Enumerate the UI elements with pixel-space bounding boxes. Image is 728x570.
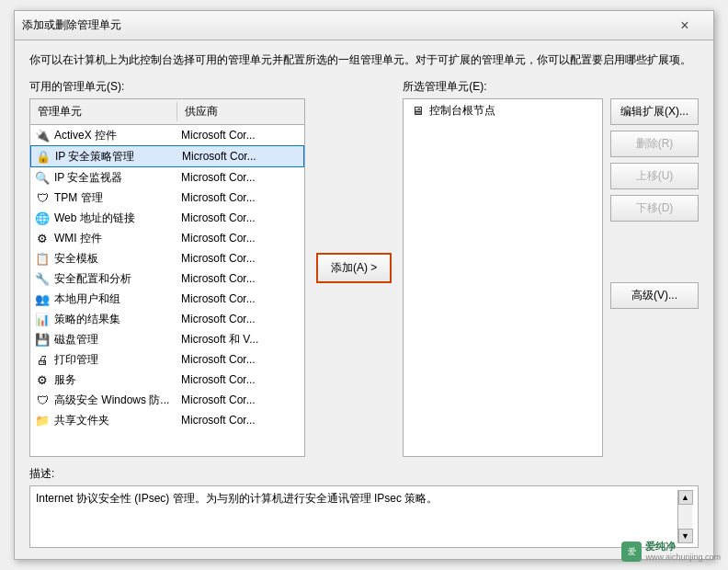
- item-vendor: Microsoft 和 V...: [181, 332, 301, 348]
- list-item[interactable]: ⚙ WMI 控件 Microsoft Cor...: [30, 228, 304, 248]
- tree-item-label: 控制台根节点: [429, 103, 495, 119]
- available-label: 可用的管理单元(S):: [29, 79, 305, 95]
- item-icon: 🛡: [34, 392, 51, 408]
- list-item[interactable]: 🔧 安全配置和分析 Microsoft Cor...: [30, 268, 304, 289]
- item-vendor: Microsoft Cor...: [181, 232, 301, 245]
- item-vendor: Microsoft Cor...: [181, 373, 301, 386]
- main-area: 可用的管理单元(S): 管理单元 供应商 🔌 ActiveX 控件 Micros…: [29, 79, 699, 457]
- item-icon: 📊: [34, 311, 51, 327]
- item-name: Web 地址的链接: [54, 211, 181, 226]
- dialog-body: 你可以在计算机上为此控制台选择可用的管理单元并配置所选的一组管理单元。对于可扩展…: [15, 40, 713, 559]
- item-icon: 🖨: [34, 351, 51, 368]
- item-vendor: Microsoft Cor...: [181, 171, 301, 184]
- watermark-main: 爱纯净: [645, 541, 721, 553]
- middle-panel: 添加(A) >: [313, 79, 395, 457]
- item-icon: ⚙: [34, 371, 51, 388]
- item-name: 服务: [54, 372, 181, 388]
- tree-item[interactable]: 🖥 控制台根节点: [404, 99, 602, 121]
- item-icon: 🌐: [34, 210, 51, 226]
- list-item[interactable]: 🔒 IP 安全策略管理 Microsoft Cor...: [30, 145, 304, 167]
- list-header: 管理单元 供应商: [30, 99, 304, 125]
- item-name: 安全模板: [54, 251, 181, 267]
- item-vendor: Microsoft Cor...: [181, 272, 301, 285]
- list-item[interactable]: 📊 策略的结果集 Microsoft Cor...: [30, 309, 304, 329]
- list-item[interactable]: 🔌 ActiveX 控件 Microsoft Cor...: [30, 125, 304, 145]
- watermark-text: 爱纯净 www.aichunjing.com: [645, 541, 721, 563]
- col-name-header: 管理单元: [30, 102, 177, 121]
- item-name: 磁盘管理: [54, 332, 181, 348]
- bottom-area: 描述: Internet 协议安全性 (IPsec) 管理。为与别的计算机进行安…: [29, 466, 699, 548]
- item-icon: 🛡: [34, 189, 51, 206]
- list-item[interactable]: 🔍 IP 安全监视器 Microsoft Cor...: [30, 167, 304, 188]
- desc-scrollbar[interactable]: ▲ ▼: [677, 490, 692, 543]
- list-item[interactable]: 🌐 Web 地址的链接 Microsoft Cor...: [30, 208, 304, 228]
- item-vendor: Microsoft Cor...: [182, 150, 300, 163]
- watermark-logo: 爱: [621, 542, 642, 562]
- desc-label: 描述:: [29, 466, 699, 482]
- add-button[interactable]: 添加(A) >: [316, 253, 392, 283]
- delete-button[interactable]: 删除(R): [610, 131, 699, 157]
- available-list-container: 管理单元 供应商 🔌 ActiveX 控件 Microsoft Cor... 🔒…: [29, 98, 305, 457]
- item-name: 策略的结果集: [54, 312, 181, 327]
- item-vendor: Microsoft Cor...: [181, 292, 301, 305]
- move-up-button[interactable]: 上移(U): [610, 163, 699, 189]
- edit-extension-button[interactable]: 编辑扩展(X)...: [610, 98, 699, 125]
- item-vendor: Microsoft Cor...: [181, 252, 301, 265]
- item-icon: 🔍: [34, 169, 51, 186]
- available-list-scroll[interactable]: 🔌 ActiveX 控件 Microsoft Cor... 🔒 IP 安全策略管…: [30, 125, 304, 456]
- list-item[interactable]: 👥 本地用户和组 Microsoft Cor...: [30, 289, 304, 309]
- item-icon: 🔌: [34, 127, 51, 143]
- list-item[interactable]: ⚙ 服务 Microsoft Cor...: [30, 370, 304, 390]
- item-vendor: Microsoft Cor...: [181, 393, 301, 406]
- move-down-button[interactable]: 下移(D): [610, 195, 699, 222]
- item-name: 安全配置和分析: [54, 271, 181, 287]
- item-icon: 💾: [34, 331, 51, 348]
- item-icon: 🔒: [35, 148, 51, 165]
- item-name: IP 安全监视器: [54, 170, 181, 186]
- item-name: 打印管理: [54, 352, 181, 368]
- scroll-up-arrow[interactable]: ▲: [678, 490, 693, 505]
- list-item[interactable]: 📁 共享文件夹 Microsoft Cor...: [30, 410, 304, 430]
- dialog-title: 添加或删除管理单元: [22, 17, 121, 33]
- item-name: 高级安全 Windows 防...: [54, 393, 181, 408]
- item-name: 共享文件夹: [54, 413, 181, 428]
- item-vendor: Microsoft Cor...: [181, 211, 301, 224]
- item-vendor: Microsoft Cor...: [181, 191, 301, 204]
- item-vendor: Microsoft Cor...: [181, 313, 301, 325]
- tree-icon: 🖥: [409, 102, 426, 119]
- available-panel: 可用的管理单元(S): 管理单元 供应商 🔌 ActiveX 控件 Micros…: [29, 79, 305, 457]
- close-button[interactable]: ×: [664, 11, 706, 40]
- selected-panel: 所选管理单元(E): 🖥 控制台根节点 编辑扩展(X)... 删除(R) 上移(…: [403, 79, 699, 457]
- selected-label: 所选管理单元(E):: [403, 79, 699, 95]
- list-item[interactable]: 💾 磁盘管理 Microsoft 和 V...: [30, 329, 304, 349]
- item-vendor: Microsoft Cor...: [181, 353, 301, 366]
- item-icon: ⚙: [34, 230, 51, 246]
- item-icon: 📁: [34, 412, 51, 428]
- main-dialog: 添加或删除管理单元 × 你可以在计算机上为此控制台选择可用的管理单元并配置所选的…: [14, 10, 714, 560]
- item-name: WMI 控件: [54, 231, 181, 246]
- scrollbar-thumb: [678, 505, 692, 529]
- item-icon: 📋: [34, 250, 51, 267]
- desc-text: Internet 协议安全性 (IPsec) 管理。为与别的计算机进行安全通讯管…: [36, 490, 677, 543]
- right-inner: 🖥 控制台根节点 编辑扩展(X)... 删除(R) 上移(U) 下移(D) 高级…: [403, 98, 699, 457]
- list-item[interactable]: 🖨 打印管理 Microsoft Cor...: [30, 349, 304, 370]
- item-name: IP 安全策略管理: [55, 149, 182, 165]
- list-item[interactable]: 🛡 高级安全 Windows 防... Microsoft Cor...: [30, 390, 304, 410]
- item-vendor: Microsoft Cor...: [181, 129, 301, 142]
- right-buttons: 编辑扩展(X)... 删除(R) 上移(U) 下移(D) 高级(V)...: [610, 98, 699, 457]
- list-item[interactable]: 📋 安全模板 Microsoft Cor...: [30, 248, 304, 268]
- item-icon: 🔧: [34, 270, 51, 287]
- advanced-button[interactable]: 高级(V)...: [610, 282, 699, 309]
- item-name: ActiveX 控件: [54, 128, 181, 143]
- watermark-sub: www.aichunjing.com: [645, 553, 721, 563]
- watermark: 爱 爱纯净 www.aichunjing.com: [621, 541, 721, 563]
- list-item[interactable]: 🛡 TPM 管理 Microsoft Cor...: [30, 188, 304, 208]
- titlebar: 添加或删除管理单元 ×: [15, 11, 713, 40]
- item-name: 本地用户和组: [54, 291, 181, 307]
- item-vendor: Microsoft Cor...: [181, 414, 301, 427]
- selected-list-container[interactable]: 🖥 控制台根节点: [403, 98, 603, 457]
- description-text: 你可以在计算机上为此控制台选择可用的管理单元并配置所选的一组管理单元。对于可扩展…: [29, 51, 699, 68]
- item-icon: 👥: [34, 291, 51, 307]
- col-vendor-header: 供应商: [177, 102, 304, 121]
- desc-box: Internet 协议安全性 (IPsec) 管理。为与别的计算机进行安全通讯管…: [29, 485, 699, 548]
